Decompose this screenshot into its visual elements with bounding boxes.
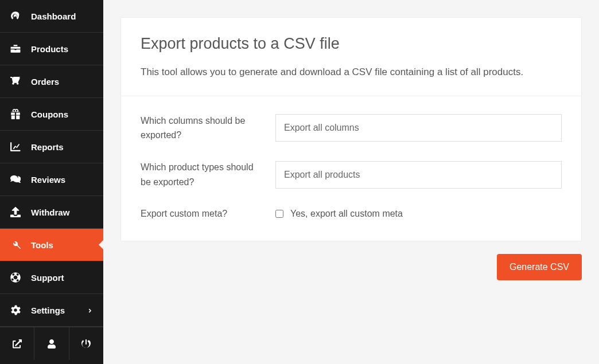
actions: Generate CSV <box>120 254 582 280</box>
sidebar-item-tools[interactable]: Tools <box>0 229 103 261</box>
export-panel: Export products to a CSV file This tool … <box>120 17 582 241</box>
sidebar-item-dashboard[interactable]: Dashboard <box>0 0 103 33</box>
types-select[interactable]: Export all products <box>275 161 562 189</box>
meta-label: Export custom meta? <box>141 206 264 221</box>
page-title: Export products to a CSV file <box>141 35 562 53</box>
sidebar-item-label: Coupons <box>31 109 68 119</box>
sidebar-item-coupons[interactable]: Coupons <box>0 98 103 131</box>
sidebar-item-reviews[interactable]: Reviews <box>0 163 103 196</box>
sidebar-item-label: Dashboard <box>31 11 76 21</box>
sidebar-item-withdraw[interactable]: Withdraw <box>0 196 103 229</box>
panel-body: Which columns should be exported? Export… <box>121 96 581 241</box>
sidebar-bottom <box>0 327 103 359</box>
types-row: Which product types should be exported? … <box>141 160 562 189</box>
columns-row: Which columns should be exported? Export… <box>141 113 562 143</box>
sidebar-item-orders[interactable]: Orders <box>0 65 103 98</box>
sidebar-item-label: Support <box>31 273 64 283</box>
external-link-button[interactable] <box>0 327 34 360</box>
chevron-right-icon <box>87 306 93 315</box>
gift-icon <box>10 109 21 119</box>
upload-icon <box>10 207 21 217</box>
sidebar: Dashboard Products Orders Coupons Report… <box>0 0 103 364</box>
panel-header: Export products to a CSV file This tool … <box>121 18 581 96</box>
life-ring-icon <box>10 272 21 283</box>
sidebar-item-reports[interactable]: Reports <box>0 131 103 163</box>
external-link-icon <box>13 339 22 349</box>
comments-icon <box>10 174 21 185</box>
sidebar-item-label: Orders <box>31 77 59 87</box>
cart-icon <box>10 76 21 87</box>
sidebar-item-support[interactable]: Support <box>0 261 103 294</box>
wrench-icon <box>10 240 21 250</box>
sidebar-item-label: Reviews <box>31 175 65 185</box>
sidebar-item-label: Reports <box>31 142 64 152</box>
types-value: Export all products <box>284 170 360 180</box>
meta-check-label: Yes, export all custom meta <box>290 209 403 219</box>
power-button[interactable] <box>69 327 103 360</box>
user-button[interactable] <box>34 327 69 360</box>
types-label: Which product types should be exported? <box>141 160 264 189</box>
generate-csv-button[interactable]: Generate CSV <box>497 254 582 280</box>
dashboard-icon <box>10 11 21 21</box>
sidebar-item-label: Settings <box>31 306 65 315</box>
columns-value: Export all columns <box>284 123 359 133</box>
page-description: This tool allows you to generate and dow… <box>141 64 562 81</box>
sidebar-item-label: Products <box>31 44 68 54</box>
main-content: Export products to a CSV file This tool … <box>103 0 599 364</box>
sidebar-item-products[interactable]: Products <box>0 33 103 65</box>
sidebar-item-label: Withdraw <box>31 208 69 217</box>
columns-select[interactable]: Export all columns <box>275 114 562 142</box>
meta-check-wrapper[interactable]: Yes, export all custom meta <box>275 209 562 219</box>
sidebar-item-settings[interactable]: Settings <box>0 294 103 327</box>
power-icon <box>81 339 91 349</box>
user-icon <box>47 339 56 349</box>
meta-checkbox[interactable] <box>275 210 283 218</box>
chart-icon <box>10 142 21 152</box>
briefcase-icon <box>10 44 21 54</box>
gear-icon <box>10 305 21 315</box>
columns-label: Which columns should be exported? <box>141 113 264 143</box>
sidebar-item-label: Tools <box>31 240 53 250</box>
meta-row: Export custom meta? Yes, export all cust… <box>141 206 562 221</box>
